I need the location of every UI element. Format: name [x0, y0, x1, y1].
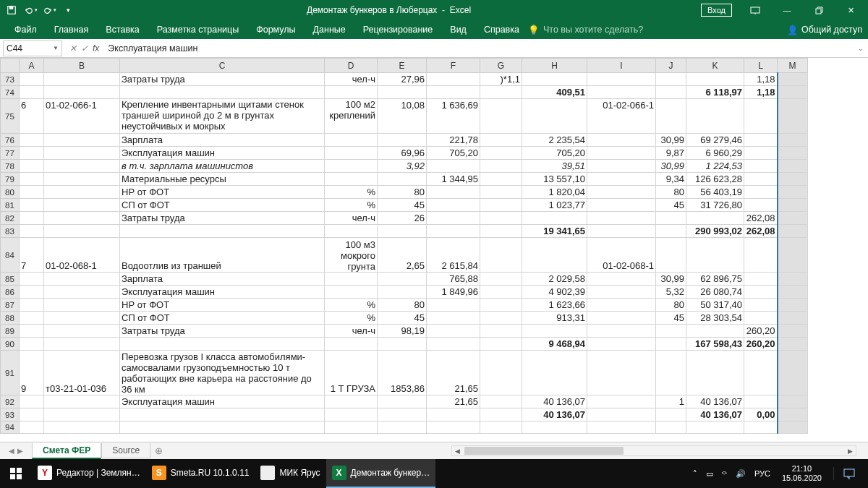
tab-file[interactable]: Файл [6, 22, 46, 38]
cell[interactable]: 705,20 [522, 147, 587, 160]
taskbar-item[interactable]: SSmeta.RU 10.1.0.11 [146, 459, 255, 488]
cell[interactable]: чел-ч [325, 73, 378, 86]
cell[interactable]: 2 235,54 [522, 134, 587, 147]
cell[interactable]: 45 [378, 312, 427, 325]
enter-formula-icon[interactable]: ✓ [81, 43, 88, 53]
cell[interactable]: % [325, 186, 378, 199]
cell[interactable] [44, 173, 120, 186]
cell[interactable] [744, 186, 778, 199]
minimize-button[interactable]: — [773, 0, 801, 20]
cell[interactable]: 98,19 [378, 325, 427, 338]
column-header[interactable]: M [778, 59, 808, 73]
cell[interactable]: % [325, 199, 378, 212]
formula-input[interactable]: Эксплуатация машин [103, 42, 854, 55]
cell[interactable]: 4 902,39 [522, 286, 587, 299]
cell[interactable] [120, 225, 325, 238]
cell[interactable] [778, 395, 808, 408]
cell[interactable] [20, 73, 44, 86]
cell[interactable]: 3,92 [378, 160, 427, 173]
cell[interactable]: 7 [20, 238, 44, 273]
cell[interactable] [480, 199, 522, 212]
cell[interactable]: Крепление инвентарными щитами стенок тра… [120, 99, 325, 134]
cell[interactable]: 765,88 [427, 273, 480, 286]
column-header[interactable]: B [44, 59, 120, 73]
taskbar-item[interactable]: YРедактор | Землян… [32, 459, 146, 488]
cell[interactable] [656, 238, 686, 273]
cell[interactable] [44, 225, 120, 238]
tell-me[interactable]: 💡Что вы хотите сделать? [528, 25, 643, 35]
cell[interactable] [378, 286, 427, 299]
cell[interactable] [522, 238, 587, 273]
cell[interactable] [427, 212, 480, 225]
cell[interactable] [686, 421, 744, 434]
cell[interactable] [480, 186, 522, 199]
cell[interactable] [686, 351, 744, 395]
cell[interactable] [744, 173, 778, 186]
row-header[interactable]: 79 [1, 173, 20, 186]
cell[interactable] [522, 99, 587, 134]
cell[interactable] [744, 273, 778, 286]
cell[interactable] [44, 325, 120, 338]
cell[interactable] [587, 186, 656, 199]
cell[interactable] [44, 395, 120, 408]
cell[interactable] [744, 238, 778, 273]
cell[interactable] [427, 160, 480, 173]
cell[interactable] [587, 73, 656, 86]
cell[interactable]: 409,51 [522, 86, 587, 99]
cell[interactable]: 0,00 [744, 408, 778, 421]
cell[interactable] [744, 395, 778, 408]
cell[interactable]: 9,87 [656, 147, 686, 160]
cell[interactable]: 1,18 [744, 86, 778, 99]
sheet-nav-next[interactable]: ▶ [17, 447, 23, 455]
cell[interactable] [20, 199, 44, 212]
cell[interactable]: 80 [656, 186, 686, 199]
cell[interactable] [427, 299, 480, 312]
cell[interactable]: 40 136,07 [686, 408, 744, 421]
cell[interactable]: 28 303,54 [686, 312, 744, 325]
cell[interactable] [480, 86, 522, 99]
save-button[interactable] [3, 1, 20, 19]
cell[interactable] [744, 147, 778, 160]
sign-in-button[interactable]: Вход [701, 4, 732, 17]
language-indicator[interactable]: РУС [754, 469, 770, 478]
share-button[interactable]: 👤Общий доступ [787, 25, 862, 35]
cell[interactable] [20, 173, 44, 186]
cell[interactable] [20, 299, 44, 312]
tab-layout[interactable]: Разметка страницы [148, 22, 247, 38]
scroll-left-icon[interactable]: ◀ [452, 446, 463, 455]
cell[interactable] [587, 338, 656, 351]
cell[interactable] [20, 286, 44, 299]
sheet-tab-active[interactable]: Смета ФЕР [32, 443, 101, 459]
column-header[interactable]: J [656, 59, 686, 73]
tab-view[interactable]: Вид [441, 22, 475, 38]
cell[interactable] [778, 134, 808, 147]
cell[interactable] [587, 225, 656, 238]
column-header[interactable]: E [378, 59, 427, 73]
row-header[interactable]: 76 [1, 134, 20, 147]
cell[interactable] [427, 408, 480, 421]
row-header[interactable]: 86 [1, 286, 20, 299]
cell[interactable] [744, 286, 778, 299]
cell[interactable] [480, 99, 522, 134]
cell[interactable]: 19 341,65 [522, 225, 587, 238]
cell[interactable]: 167 598,43 [686, 338, 744, 351]
cell[interactable]: 80 [656, 299, 686, 312]
cell[interactable] [656, 212, 686, 225]
cell[interactable]: 1 [656, 395, 686, 408]
cell[interactable]: 26 [378, 212, 427, 225]
cell[interactable] [20, 408, 44, 421]
cell[interactable] [20, 225, 44, 238]
cell[interactable]: 1853,86 [378, 351, 427, 395]
cell[interactable]: )*1,1 [480, 73, 522, 86]
cell[interactable] [778, 408, 808, 421]
cell[interactable]: 45 [656, 199, 686, 212]
cell[interactable] [686, 73, 744, 86]
cell[interactable]: 21,65 [427, 351, 480, 395]
cell[interactable] [378, 421, 427, 434]
row-header[interactable]: 89 [1, 325, 20, 338]
cell[interactable] [480, 395, 522, 408]
cell[interactable] [427, 312, 480, 325]
cell[interactable] [480, 173, 522, 186]
cell[interactable] [20, 395, 44, 408]
cell[interactable] [44, 408, 120, 421]
